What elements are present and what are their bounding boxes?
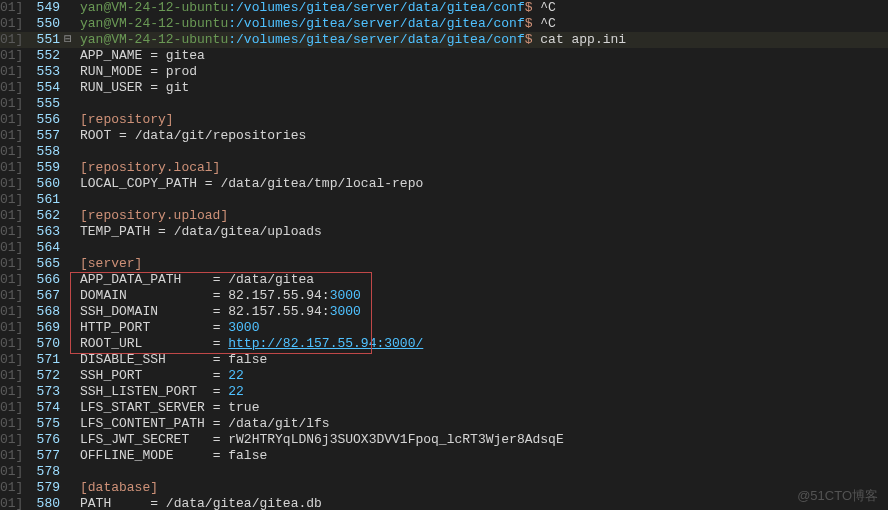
line-number: 549 bbox=[18, 0, 64, 16]
code-content[interactable]: APP_NAME = gitea bbox=[78, 48, 888, 64]
gutter-fold-col: 01] bbox=[0, 208, 18, 224]
code-content[interactable]: yan@VM-24-12-ubuntu:/volumes/gitea/serve… bbox=[78, 32, 888, 48]
gutter-fold-col: 01] bbox=[0, 144, 18, 160]
code-line[interactable]: 01]575LFS_CONTENT_PATH = /data/git/lfs bbox=[0, 416, 888, 432]
line-number: 571 bbox=[18, 352, 64, 368]
line-number: 567 bbox=[18, 288, 64, 304]
code-line[interactable]: 01]552APP_NAME = gitea bbox=[0, 48, 888, 64]
line-number: 564 bbox=[18, 240, 64, 256]
code-content[interactable]: RUN_USER = git bbox=[78, 80, 888, 96]
code-content[interactable]: OFFLINE_MODE = false bbox=[78, 448, 888, 464]
code-line[interactable]: 01]561 bbox=[0, 192, 888, 208]
code-content[interactable]: SSH_LISTEN_PORT = 22 bbox=[78, 384, 888, 400]
line-number: 579 bbox=[18, 480, 64, 496]
code-content[interactable]: LOCAL_COPY_PATH = /data/gitea/tmp/local-… bbox=[78, 176, 888, 192]
code-line[interactable]: 01]549yan@VM-24-12-ubuntu:/volumes/gitea… bbox=[0, 0, 888, 16]
code-content[interactable]: TEMP_PATH = /data/gitea/uploads bbox=[78, 224, 888, 240]
gutter-fold-col: 01] bbox=[0, 432, 18, 448]
code-line[interactable]: 01]565[server] bbox=[0, 256, 888, 272]
code-content[interactable]: RUN_MODE = prod bbox=[78, 64, 888, 80]
code-content[interactable]: DOMAIN = 82.157.55.94:3000 bbox=[78, 288, 888, 304]
code-content[interactable]: DISABLE_SSH = false bbox=[78, 352, 888, 368]
code-content[interactable]: ROOT_URL = http://82.157.55.94:3000/ bbox=[78, 336, 888, 352]
code-line[interactable]: 01]572SSH_PORT = 22 bbox=[0, 368, 888, 384]
code-line[interactable]: 01]567DOMAIN = 82.157.55.94:3000 bbox=[0, 288, 888, 304]
code-content[interactable]: [repository] bbox=[78, 112, 888, 128]
code-line[interactable]: 01]562[repository.upload] bbox=[0, 208, 888, 224]
code-content[interactable]: [repository.upload] bbox=[78, 208, 888, 224]
code-line[interactable]: 01]563TEMP_PATH = /data/gitea/uploads bbox=[0, 224, 888, 240]
code-line[interactable]: 01]574LFS_START_SERVER = true bbox=[0, 400, 888, 416]
gutter-fold-col: 01] bbox=[0, 224, 18, 240]
line-number: 557 bbox=[18, 128, 64, 144]
gutter-fold-col: 01] bbox=[0, 48, 18, 64]
url-link[interactable]: http://82.157.55.94:3000/ bbox=[228, 336, 423, 351]
gutter-fold-col: 01] bbox=[0, 16, 18, 32]
code-line[interactable]: 01]576LFS_JWT_SECRET = rW2HTRYqLDN6j3SUO… bbox=[0, 432, 888, 448]
watermark: @51CTO博客 bbox=[797, 488, 878, 504]
code-line[interactable]: 01]579[database] bbox=[0, 480, 888, 496]
gutter-fold-col: 01] bbox=[0, 272, 18, 288]
code-line[interactable]: 01]568SSH_DOMAIN = 82.157.55.94:3000 bbox=[0, 304, 888, 320]
code-line[interactable]: 01]578 bbox=[0, 464, 888, 480]
code-line[interactable]: 01]570ROOT_URL = http://82.157.55.94:300… bbox=[0, 336, 888, 352]
line-number: 574 bbox=[18, 400, 64, 416]
line-number: 555 bbox=[18, 96, 64, 112]
code-line[interactable]: 01]555 bbox=[0, 96, 888, 112]
code-line[interactable]: 01]573SSH_LISTEN_PORT = 22 bbox=[0, 384, 888, 400]
line-number: 575 bbox=[18, 416, 64, 432]
code-line[interactable]: 01]569HTTP_PORT = 3000 bbox=[0, 320, 888, 336]
gutter-fold-col: 01] bbox=[0, 304, 18, 320]
code-line[interactable]: 01]551⊟yan@VM-24-12-ubuntu:/volumes/gite… bbox=[0, 32, 888, 48]
gutter-fold-col: 01] bbox=[0, 256, 18, 272]
code-content[interactable]: LFS_START_SERVER = true bbox=[78, 400, 888, 416]
code-line[interactable]: 01]554RUN_USER = git bbox=[0, 80, 888, 96]
code-content[interactable]: LFS_JWT_SECRET = rW2HTRYqLDN6j3SUOX3DVV1… bbox=[78, 432, 888, 448]
gutter-fold-col: 01] bbox=[0, 64, 18, 80]
gutter-fold-col: 01] bbox=[0, 240, 18, 256]
gutter-fold-col: 01] bbox=[0, 352, 18, 368]
code-content[interactable]: SSH_PORT = 22 bbox=[78, 368, 888, 384]
gutter-fold-col: 01] bbox=[0, 128, 18, 144]
line-number: 565 bbox=[18, 256, 64, 272]
code-content[interactable]: [database] bbox=[78, 480, 888, 496]
code-line[interactable]: 01]553RUN_MODE = prod bbox=[0, 64, 888, 80]
gutter-fold-col: 01] bbox=[0, 448, 18, 464]
line-number: 568 bbox=[18, 304, 64, 320]
line-number: 569 bbox=[18, 320, 64, 336]
line-number: 554 bbox=[18, 80, 64, 96]
gutter-fold-col: 01] bbox=[0, 112, 18, 128]
code-content[interactable]: SSH_DOMAIN = 82.157.55.94:3000 bbox=[78, 304, 888, 320]
code-line[interactable]: 01]557ROOT = /data/git/repositories bbox=[0, 128, 888, 144]
gutter-fold-col: 01] bbox=[0, 464, 18, 480]
code-editor[interactable]: 01]549yan@VM-24-12-ubuntu:/volumes/gitea… bbox=[0, 0, 888, 510]
code-content[interactable]: yan@VM-24-12-ubuntu:/volumes/gitea/serve… bbox=[78, 16, 888, 32]
line-number: 558 bbox=[18, 144, 64, 160]
line-number: 576 bbox=[18, 432, 64, 448]
code-content[interactable]: yan@VM-24-12-ubuntu:/volumes/gitea/serve… bbox=[78, 0, 888, 16]
code-line[interactable]: 01]577OFFLINE_MODE = false bbox=[0, 448, 888, 464]
gutter-fold-col: 01] bbox=[0, 80, 18, 96]
code-line[interactable]: 01]571DISABLE_SSH = false bbox=[0, 352, 888, 368]
code-line[interactable]: 01]550yan@VM-24-12-ubuntu:/volumes/gitea… bbox=[0, 16, 888, 32]
code-line[interactable]: 01]564 bbox=[0, 240, 888, 256]
line-number: 556 bbox=[18, 112, 64, 128]
code-line[interactable]: 01]556[repository] bbox=[0, 112, 888, 128]
code-content[interactable]: HTTP_PORT = 3000 bbox=[78, 320, 888, 336]
code-line[interactable]: 01]566APP_DATA_PATH = /data/gitea bbox=[0, 272, 888, 288]
line-number: 561 bbox=[18, 192, 64, 208]
line-number: 572 bbox=[18, 368, 64, 384]
code-content[interactable]: ROOT = /data/git/repositories bbox=[78, 128, 888, 144]
line-number: 580 bbox=[18, 496, 64, 510]
code-line[interactable]: 01]580PATH = /data/gitea/gitea.db bbox=[0, 496, 888, 510]
code-line[interactable]: 01]558 bbox=[0, 144, 888, 160]
code-content[interactable]: APP_DATA_PATH = /data/gitea bbox=[78, 272, 888, 288]
code-line[interactable]: 01]559[repository.local] bbox=[0, 160, 888, 176]
gutter-fold-col: 01] bbox=[0, 32, 18, 48]
code-line[interactable]: 01]560LOCAL_COPY_PATH = /data/gitea/tmp/… bbox=[0, 176, 888, 192]
code-content[interactable]: LFS_CONTENT_PATH = /data/git/lfs bbox=[78, 416, 888, 432]
code-content[interactable]: [repository.local] bbox=[78, 160, 888, 176]
code-content[interactable]: [server] bbox=[78, 256, 888, 272]
code-content[interactable]: PATH = /data/gitea/gitea.db bbox=[78, 496, 888, 510]
line-number: 562 bbox=[18, 208, 64, 224]
